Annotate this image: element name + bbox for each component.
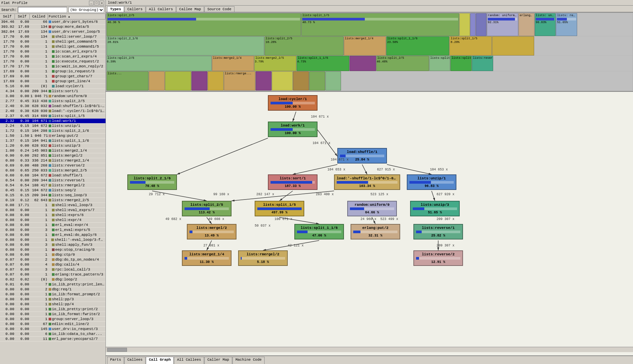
table-row[interactable]: 17.70 0.00 1 shell:get_command1/5 xyxy=(0,44,106,49)
node-erlput[interactable]: erlang:put/232.31 % xyxy=(351,224,400,239)
bottom-tab-parts[interactable]: Parts xyxy=(107,357,124,364)
flame-section[interactable] xyxy=(350,56,376,71)
flame-section[interactable] xyxy=(149,71,165,91)
flame-section[interactable]: lists:split_1/540.73 % xyxy=(301,13,459,36)
flame-section[interactable]: lists:split_1_1/64.73% xyxy=(297,56,349,71)
table-row[interactable]: 0.00 0.00 2 dbg:req/1 xyxy=(0,287,106,292)
table-row[interactable]: 0.19 0.12 62 643 lists:rmerge2_2/5 xyxy=(0,198,106,203)
scrollbar-thumb[interactable] xyxy=(107,348,127,352)
table-row[interactable]: 2.40 0.30 628 030 load:'-cycler/1-lc$^0/… xyxy=(0,109,106,114)
flame-section[interactable]: lists:split_1_1/6 xyxy=(450,56,472,71)
table-row[interactable]: 0.08 0.00 1 erl_eval:expr/4 xyxy=(0,223,106,228)
node-split15[interactable]: lists:split_1/5497.99 % xyxy=(255,201,304,216)
tab-source-code[interactable]: Source Code xyxy=(204,6,234,12)
table-row[interactable]: 2.77 0.45 313 438 lists:split_2/5 xyxy=(0,99,106,104)
tab-all-callers[interactable]: All Callers xyxy=(146,6,176,12)
table-row[interactable]: 2.40 0.30 628 032 load:shuffle/1-lc$^0/1… xyxy=(0,104,106,109)
col-self[interactable]: Self xyxy=(0,14,15,19)
table-row[interactable]: 0.00 0.00 1 io_lib_pretty:print/2 xyxy=(0,307,106,312)
bottom-tab-caller-map[interactable]: Caller Map xyxy=(204,357,232,364)
table-row[interactable]: 0.07 0.00 1 erlang:trace_pattern/3 xyxy=(0,272,106,277)
table-row[interactable]: 0.02 0.02 (0) dbg:loop/2 xyxy=(0,277,106,282)
flame-section[interactable]: erlang: put/2 xyxy=(519,13,534,36)
table-row[interactable]: 17.69 0.00 1 group:io_request/3 xyxy=(0,69,106,74)
table-row[interactable]: 394.46 0.00 66 user_drv:port_bytes/6 xyxy=(0,19,106,24)
flame-section[interactable] xyxy=(476,13,486,36)
table-row[interactable]: 17.69 0.00 1 group:get_chars/7 xyxy=(0,74,106,79)
table-row[interactable]: 0.08 0.00 1 eep:stop_tracing/0 xyxy=(0,247,106,252)
table-row[interactable]: 0.01 0.00 7 io_lib_pretty:print_length/5 xyxy=(0,282,106,287)
table-row[interactable]: 2.24 0.15 104 672 lists:unzip/1 xyxy=(0,124,106,128)
table-row[interactable]: 0.54 0.00 209 344 lists:reverse/1 xyxy=(0,178,106,183)
node-split11[interactable]: lists:split_1_1/647.06 % xyxy=(294,224,344,239)
table-row[interactable]: 17.69 0.00 1 group:get_line/4 xyxy=(0,79,106,84)
table-row[interactable]: 382.04 17.69 134 user_drv:server_loop/5 xyxy=(0,29,106,34)
search-input[interactable] xyxy=(18,7,67,13)
flame-section[interactable] xyxy=(191,71,207,91)
node-cycler[interactable]: load:cycler/1100.00 % xyxy=(268,95,317,111)
table-row[interactable]: 0.07 0.00 2 dbg:do_tp_on_nodes/4 xyxy=(0,257,106,262)
flame-section[interactable]: lists:split_2_1/6 xyxy=(429,56,450,71)
table-row[interactable]: 393.92 17.69 134 group:more_data/5 xyxy=(0,24,106,29)
flame-section[interactable] xyxy=(492,36,534,55)
table-row[interactable]: 0.08 0.00 1 shell:exprs/6 xyxy=(0,213,106,218)
tab-types[interactable]: Types xyxy=(107,6,124,12)
bottom-tab-callees[interactable]: Callees xyxy=(124,357,146,364)
node-rmergel[interactable]: lists:rmergel/25.18 % xyxy=(238,250,288,266)
node-uniform[interactable]: random:uniform/064.66 % xyxy=(347,201,397,216)
flame-section[interactable]: random: uniform/092.31% xyxy=(487,13,518,36)
node-unzip3[interactable]: lists:unzip/351.65 % xyxy=(410,201,460,216)
node-unzip[interactable]: lists:unzip/196.83 % xyxy=(407,174,456,190)
table-row[interactable]: 1.20 0.00 628 032 lists:unzip/3 xyxy=(0,143,106,148)
bottom-tab-all-callees[interactable]: All Callees xyxy=(174,357,204,364)
flame-section[interactable]: lists... xyxy=(106,71,148,91)
flame-section[interactable]: lists: unzip/396.83% xyxy=(535,13,556,36)
table-row[interactable]: 17.70 0.00 1 io:scan_erl_exprs/4 xyxy=(0,54,106,59)
flame-section[interactable]: lists:split_1_1/623.50% xyxy=(386,36,449,55)
flame-section[interactable] xyxy=(256,71,272,91)
flame-section[interactable] xyxy=(208,71,224,91)
restore-button[interactable]: □ xyxy=(94,1,99,5)
table-row[interactable]: 0.07 0.00 4 dbg:calls/4 xyxy=(0,262,106,267)
table-row[interactable]: 0.00 0.00 1 io_lib_format:fwrite/2 xyxy=(0,312,106,317)
table-row[interactable]: 5.16 0.00 (0) load:cycler/1 xyxy=(0,84,106,89)
tab-callers[interactable]: Callers xyxy=(124,6,146,12)
table-row[interactable]: 0.15 0.15 209 344 lists:seq_loop/3 xyxy=(0,193,106,198)
table-row[interactable]: 2.37 0.45 314 699 lists:split_1/5 xyxy=(0,114,106,119)
table-row[interactable]: 1.72 0.15 104 298 lists:split_2_1/6 xyxy=(0,128,106,133)
flame-section[interactable]: lists: reverse/151.65% xyxy=(556,13,577,36)
flame-section[interactable]: lists:merge2_1/4 xyxy=(344,36,386,55)
table-row[interactable]: 1.37 0.15 104 941 lists:split_1_1/6 xyxy=(0,138,106,143)
flame-section[interactable]: lists:split_2/510.28% xyxy=(265,36,344,55)
table-row[interactable]: 0.80 0.33 336 214 lists:rmerge2_1/4 xyxy=(0,158,106,163)
table-row[interactable]: 0.00 0.00 1 shell:pp/3 xyxy=(0,297,106,302)
tab-callee-map[interactable]: Callee Map xyxy=(176,6,204,12)
flame-section[interactable]: lists:merge2_2/53.79% xyxy=(254,56,296,71)
table-row[interactable]: 0.90 0.00 292 851 lists:mergel/2 xyxy=(0,153,106,158)
node-merge21[interactable]: lists:merge2_1/411.30 % xyxy=(182,250,232,266)
table-row[interactable]: 4.34 0.00 209 344 lists:sort/1 xyxy=(0,89,106,94)
flame-section[interactable]: lists:split_2/546.48% xyxy=(376,56,429,71)
node-split25[interactable]: lists:split_2/5113.42 % xyxy=(182,201,232,216)
table-row[interactable]: 0.00 0.00 145 user_drv:io_request/3 xyxy=(0,327,106,332)
table-row[interactable]: 17.70 0.00 1 shell:get_command/5 xyxy=(0,39,106,44)
flame-section[interactable] xyxy=(459,13,470,36)
flame-section[interactable]: lists:split_2/546.36 % xyxy=(106,13,301,36)
flame-section[interactable] xyxy=(293,71,309,91)
table-row[interactable]: 0.00 0.00 1 group:server_loop/3 xyxy=(0,317,106,322)
node-sort[interactable]: lists:sort/1187.33 % xyxy=(268,174,317,190)
flame-section[interactable] xyxy=(470,13,476,36)
col-function[interactable]: Function ▲ xyxy=(48,14,106,19)
node-split21[interactable]: lists:split_2_1/670.48 % xyxy=(127,174,177,190)
table-row[interactable]: 3.00 0.00 1 046 719 random:uniform/0 xyxy=(0,94,106,99)
flame-section[interactable] xyxy=(165,71,191,91)
table-row[interactable]: 0.08 0.00 3 shell:apply_fun/3 xyxy=(0,242,106,247)
table-row[interactable]: 0.08 0.00 1 dbg:ctp/0 xyxy=(0,252,106,257)
grouping-select[interactable]: (No Grouping) xyxy=(68,7,104,13)
flame-section[interactable]: lists:rmerge... xyxy=(224,71,255,91)
table-row[interactable]: 0.08 0.00 1 shell:expr/4 xyxy=(0,218,106,223)
node-work[interactable]: load:work/1100.00 % xyxy=(268,122,317,137)
minimize-button[interactable]: _ xyxy=(89,1,94,5)
flame-section[interactable]: lists:split_2_1/628.81% xyxy=(106,36,264,55)
table-row[interactable]: 17.70 0.00 1 io:execute_request/2 xyxy=(0,59,106,64)
